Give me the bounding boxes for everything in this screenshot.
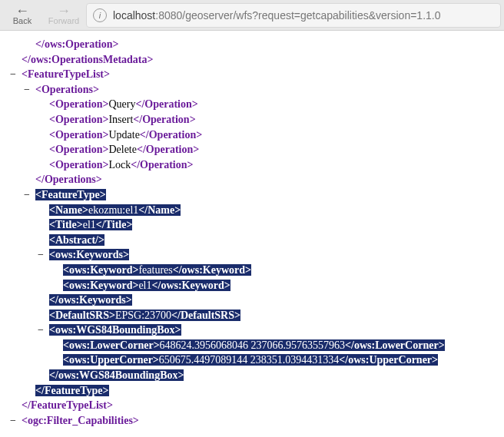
xml-line[interactable]: <Name>ekozmu:el1</Name> xyxy=(5,203,499,218)
xml-line[interactable]: </FeatureTypeList> xyxy=(5,398,499,413)
xml-line[interactable]: −<ows:Keywords> xyxy=(5,247,499,263)
fold-toggle[interactable]: − xyxy=(35,247,46,263)
fold-toggle[interactable]: − xyxy=(22,82,32,98)
xml-line[interactable]: <Operation>Query</Operation> xyxy=(5,97,499,112)
browser-toolbar: ← Back → Forward i localhost:8080/geoser… xyxy=(0,0,504,31)
forward-button: → Forward xyxy=(45,1,83,30)
arrow-right-icon: → xyxy=(57,5,71,16)
xml-line[interactable]: −<ogc:Filter_Capabilities> xyxy=(5,413,499,429)
xml-line[interactable]: </FeatureType> xyxy=(5,383,499,399)
xml-line[interactable]: <Title>el1</Title> xyxy=(5,217,499,233)
xml-viewer: </ows:Operation> </ows:OperationsMetadat… xyxy=(0,31,504,434)
url-path: :8080/geoserver/wfs?request=getcapabilit… xyxy=(155,9,440,22)
xml-line[interactable]: −<FeatureType> xyxy=(5,187,499,203)
arrow-left-icon: ← xyxy=(15,5,29,16)
xml-line[interactable]: </ows:OperationsMetadata> xyxy=(5,52,499,68)
xml-line[interactable]: </ows:Operation> xyxy=(5,37,499,52)
xml-line[interactable]: <ows:UpperCorner>650675.4497089144 23835… xyxy=(5,353,499,368)
xml-line[interactable]: <Operation>Delete</Operation> xyxy=(5,142,499,157)
xml-line[interactable]: −<FeatureTypeList> xyxy=(5,67,499,82)
back-label: Back xyxy=(13,16,32,25)
xml-line[interactable]: <Operation>Update</Operation> xyxy=(5,127,499,143)
fold-toggle[interactable]: − xyxy=(22,187,32,203)
fold-toggle[interactable]: − xyxy=(35,323,46,338)
fold-toggle[interactable]: − xyxy=(8,413,18,429)
xml-line[interactable]: <Operation>Insert</Operation> xyxy=(5,112,499,127)
xml-line[interactable]: <ows:Keyword>features</ows:Keyword> xyxy=(5,263,499,278)
info-icon[interactable]: i xyxy=(93,8,107,22)
xml-line[interactable]: <DefaultSRS>EPSG:23700</DefaultSRS> xyxy=(5,308,499,323)
fold-toggle[interactable]: − xyxy=(8,67,18,82)
xml-line[interactable]: </ows:Keywords> xyxy=(5,293,499,308)
url-bar[interactable]: i localhost:8080/geoserver/wfs?request=g… xyxy=(86,3,501,28)
xml-line[interactable]: </ows:WGS84BoundingBox> xyxy=(5,368,499,383)
xml-line[interactable]: </Operations> xyxy=(5,172,499,187)
xml-line[interactable]: −<ows:WGS84BoundingBox> xyxy=(5,323,499,338)
back-button[interactable]: ← Back xyxy=(3,1,41,30)
xml-line[interactable]: <ows:Keyword>el1</ows:Keyword> xyxy=(5,278,499,293)
url-host: localhost xyxy=(113,9,155,22)
forward-label: Forward xyxy=(48,16,79,25)
xml-line[interactable]: <ows:LowerCorner>648624.3956068046 23706… xyxy=(5,338,499,353)
xml-line[interactable]: −<Operations> xyxy=(5,82,499,98)
xml-line[interactable]: <Abstract/> xyxy=(5,233,499,248)
xml-line[interactable]: <Operation>Lock</Operation> xyxy=(5,157,499,173)
